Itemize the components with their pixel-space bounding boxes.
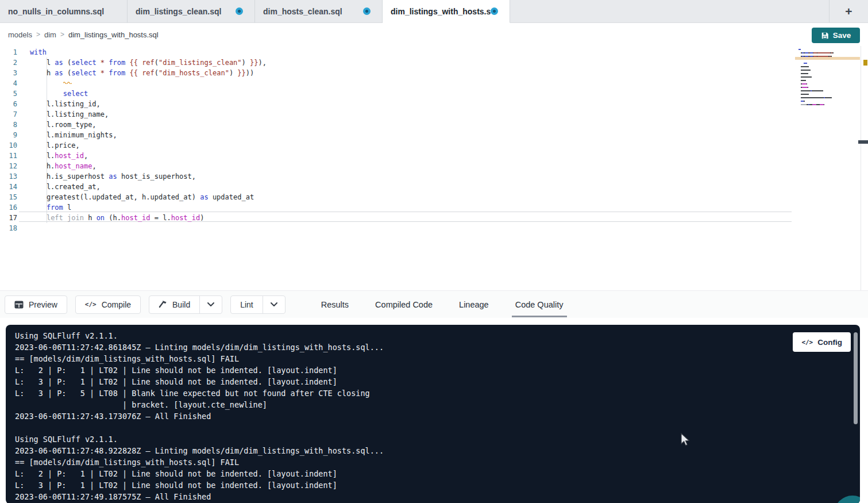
terminal-line [15,422,384,433]
tab-label: no_nulls_in_columns.sql [8,7,104,16]
unsaved-changes-icon [491,7,498,15]
code-token: h [84,214,97,222]
code-token: l.listing_name, [30,110,109,118]
lint-output-terminal: Using SQLFluff v2.1.1.2023-06-06T11:27:4… [6,325,860,503]
overview-ruler [861,46,861,290]
code-line[interactable]: l.created_at, [30,182,267,192]
code-token: l [63,203,71,212]
terminal-line: 2023-06-06T11:27:43.173076Z — All Finish… [15,410,384,422]
build-dropdown-button[interactable] [200,296,222,313]
preview-label: Preview [29,300,57,309]
code-line[interactable]: l.listing_name, [30,109,267,120]
line-number-gutter: 123456789101112131415161718 [0,47,17,233]
line-number: 16 [0,202,17,213]
code-line[interactable]: l as (select * from {{ ref("dim_listings… [30,57,267,68]
code-token: l.listing_id, [30,100,101,108]
terminal-scrollbar[interactable] [854,332,858,424]
line-number: 4 [0,78,17,89]
preview-button[interactable]: Preview [5,295,67,314]
code-token: l.minimum_nights, [30,131,117,139]
code-token: as [109,172,117,181]
unsaved-changes-icon [236,7,243,15]
hammer-icon [159,300,167,309]
tab-bar-filler [510,0,829,23]
code-line[interactable]: h.is_superhost as host_is_superhost, [30,171,267,182]
minimap-line [798,73,839,74]
code-token: , [84,152,88,160]
terminal-output: Using SQLFluff v2.1.1.2023-06-06T11:27:4… [15,330,384,502]
code-token: }} [237,69,245,77]
compile-button[interactable]: </> Compile [75,295,141,314]
code-token: l. [30,152,55,160]
code-token: = l. [151,214,171,222]
panel-tab-results[interactable]: Results [318,291,352,318]
code-token: select [71,69,96,77]
code-line[interactable]: h.host_name, [30,161,267,171]
code-content[interactable]: with l as (select * from {{ ref("dim_lis… [30,47,267,233]
line-number: 15 [0,192,17,202]
code-line[interactable]: greatest(l.updated_at, h.updated_at) as … [30,192,267,202]
save-icon [821,32,829,40]
breadcrumb: models>dim>dim_listings_with_hosts.sql [8,30,159,39]
editor-tab[interactable]: dim_listings_clean.sql [128,0,255,23]
line-number: 7 [0,109,17,120]
chevron-down-icon [271,302,277,306]
code-token: as [55,59,63,67]
lint-button[interactable]: Lint [231,296,263,313]
code-line[interactable]: l.price, [30,140,267,151]
panel-tab-lineage[interactable]: Lineage [456,291,492,318]
minimap-line [798,76,839,78]
lint-dropdown-button[interactable] [263,296,285,313]
line-number: 8 [0,120,17,130]
code-token: host_name [55,162,92,170]
build-button[interactable]: Build [149,296,200,313]
code-token: host_id [171,214,200,222]
new-tab-button[interactable]: + [829,0,868,23]
editor-tab[interactable]: dim_hosts_clean.sql [255,0,383,23]
code-token: l.room_type, [30,121,97,129]
line-number: 18 [0,223,17,233]
config-label: Config [817,338,842,347]
code-token: as [55,69,63,77]
minimap[interactable] [798,49,839,111]
code-token [30,90,63,98]
line-number: 11 [0,151,17,161]
minimap-line [798,63,839,64]
code-line[interactable]: l.listing_id, [30,99,267,109]
terminal-line: L: 3 | P: 1 | LT02 | Line should not be … [15,479,384,491]
editor-tab[interactable]: no_nulls_in_columns.sql [0,0,128,23]
code-token: from [47,203,63,212]
code-token: }} [250,59,258,67]
code-token: on [97,214,105,222]
code-line[interactable]: with [30,47,267,57]
line-number: 12 [0,161,17,171]
lint-split-button: Lint [230,295,286,314]
breadcrumb-item[interactable]: dim [44,30,56,39]
panel-tab-code-quality[interactable]: Code Quality [512,291,567,318]
code-line[interactable]: from l [30,202,267,213]
code-line[interactable]: l.minimum_nights, [30,130,267,140]
plus-icon: + [845,5,852,18]
code-line[interactable]: l.host_id, [30,151,267,161]
code-line[interactable]: left join h on (h.host_id = l.host_id) [30,213,267,223]
code-token: from [109,59,125,67]
minimap-line [798,90,839,91]
breadcrumb-item[interactable]: models [8,30,32,39]
help-bubble-button[interactable] [834,496,860,503]
ruler-cursor-marker [858,140,868,144]
code-editor[interactable]: 123456789101112131415161718 with l as (s… [0,46,868,290]
minimap-line [798,80,839,81]
panel-tab-compiled-code[interactable]: Compiled Code [372,291,436,318]
ide-screen: no_nulls_in_columns.sqldim_listings_clea… [0,0,868,503]
code-token: as [200,193,208,201]
config-button[interactable]: </> Config [793,332,851,352]
code-line[interactable]: select [30,89,267,99]
tab-label: dim_listings_with_hosts.sql [391,7,491,16]
code-token: from [109,69,125,77]
code-line[interactable] [30,223,267,233]
code-line[interactable]: l.room_type, [30,120,267,130]
code-token: l.created_at, [30,183,101,191]
save-button[interactable]: Save [812,28,860,43]
editor-tab[interactable]: dim_listings_with_hosts.sql [383,0,510,23]
breadcrumb-item[interactable]: dim_listings_with_hosts.sql [68,30,159,39]
